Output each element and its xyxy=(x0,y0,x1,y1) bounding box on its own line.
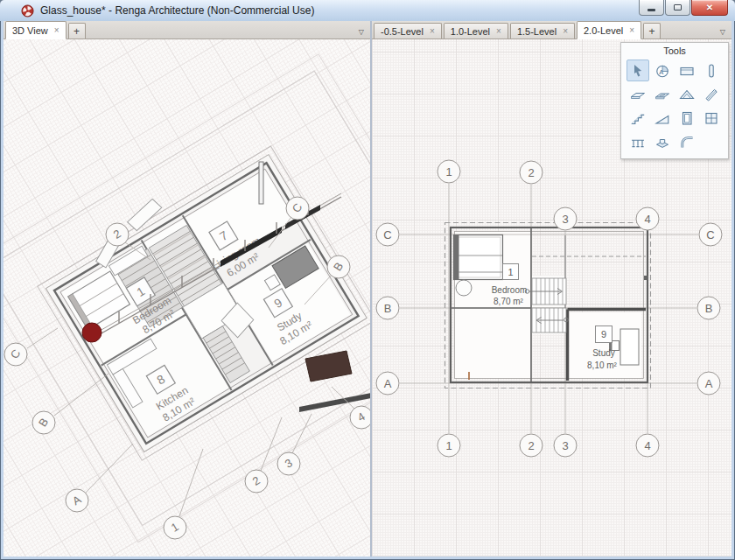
plus-icon: + xyxy=(649,25,655,38)
desk-symbol xyxy=(620,329,639,365)
column-tool-button[interactable] xyxy=(700,60,723,81)
room-tag: 1 xyxy=(508,267,513,277)
house-3d: 7 Living room 6,00 m² 1 Bedroom 8,70 m² … xyxy=(4,54,370,542)
tab-close-icon[interactable]: × xyxy=(496,27,501,36)
svg-text:1: 1 xyxy=(445,439,452,452)
svg-text:2: 2 xyxy=(528,439,534,452)
beam-tool-button[interactable] xyxy=(700,83,723,105)
opening-tool-button[interactable] xyxy=(651,83,674,105)
left-tab-list-dropdown[interactable]: ▽ xyxy=(359,28,370,38)
corner-post xyxy=(259,162,263,204)
tab-level-1-0[interactable]: 1.0-Level × xyxy=(444,23,508,38)
door-icon xyxy=(678,109,696,127)
svg-text:1: 1 xyxy=(445,165,452,178)
maximize-icon xyxy=(674,4,682,10)
room-tag: 9 xyxy=(601,329,606,340)
railing-tool-button[interactable] xyxy=(626,130,649,152)
ramp-tool-button[interactable] xyxy=(651,107,674,129)
node-marker xyxy=(644,276,648,280)
right-tab-list-dropdown[interactable]: ▽ xyxy=(720,28,732,38)
window-title: Glass_house* - Renga Architecture (Non-C… xyxy=(40,4,314,17)
stair-tool-button[interactable] xyxy=(626,107,649,129)
svg-text:B: B xyxy=(705,302,713,315)
beam-icon xyxy=(703,86,720,103)
roof-icon xyxy=(678,86,696,103)
room-area: 8,70 m² xyxy=(494,297,524,306)
svg-text:A: A xyxy=(384,377,392,390)
add-view-tab-button[interactable]: + xyxy=(643,23,661,38)
column-icon xyxy=(703,62,720,80)
tab-label: 1.0-Level xyxy=(451,26,490,37)
roof-tool-button[interactable] xyxy=(676,83,698,105)
svg-text:B: B xyxy=(384,302,392,315)
foundation-tool-button[interactable] xyxy=(651,130,674,152)
floor-opening-icon xyxy=(654,86,671,103)
tab-level-1-5[interactable]: 1.5-Level × xyxy=(510,23,575,38)
floor-icon xyxy=(629,86,647,103)
stool-symbol xyxy=(456,280,472,296)
svg-text:2: 2 xyxy=(528,166,534,179)
svg-text:A: A xyxy=(705,377,713,390)
svg-text:C: C xyxy=(706,228,714,242)
tab-label: 3D View xyxy=(12,25,48,36)
minimize-button[interactable] xyxy=(639,0,664,16)
area-icon: A xyxy=(654,62,671,80)
close-icon: ✕ xyxy=(706,3,713,12)
floor-tool-button[interactable] xyxy=(626,83,649,105)
svg-text:4: 4 xyxy=(644,439,650,452)
svg-text:3: 3 xyxy=(562,213,568,226)
room-area: 8,10 m² xyxy=(587,360,618,370)
bed-symbol xyxy=(454,235,503,280)
plan-3d-canvas: 7 Living room 6,00 m² 1 Bedroom 8,70 m² … xyxy=(4,39,370,556)
2d-viewport[interactable]: 1 Bedroom 8,70 m² 9 Study 8,10 m² xyxy=(372,39,732,556)
app-window: Glass_house* - Renga Architecture (Non-C… xyxy=(0,0,735,560)
foundation-icon xyxy=(654,133,671,150)
tools-palette: Tools A xyxy=(620,42,729,159)
wall-tool-button[interactable] xyxy=(676,60,698,81)
chevron-down-icon: ▽ xyxy=(720,28,725,36)
plus-icon: + xyxy=(74,25,80,38)
svg-text:4: 4 xyxy=(644,213,650,226)
title-bar: Glass_house* - Renga Architecture (Non-C… xyxy=(0,0,735,21)
svg-text:C: C xyxy=(383,228,391,242)
stair-icon xyxy=(629,109,647,127)
tools-palette-title: Tools xyxy=(621,43,728,58)
tab-close-icon[interactable]: × xyxy=(430,27,435,36)
window-tool-button[interactable] xyxy=(700,107,723,129)
pipe-elbow-icon xyxy=(678,133,696,150)
svg-text:3: 3 xyxy=(562,439,568,452)
door-tool-button[interactable] xyxy=(676,107,698,129)
area-tool-button[interactable]: A xyxy=(651,60,674,81)
tab-3d-view[interactable]: 3D View × xyxy=(5,21,66,39)
tab-label: 1.5-Level xyxy=(517,26,556,37)
ramp-icon xyxy=(654,109,671,127)
close-button[interactable]: ✕ xyxy=(691,0,728,16)
tab-level-2-0[interactable]: 2.0-Level × xyxy=(577,21,641,39)
add-view-tab-button[interactable]: + xyxy=(68,23,86,38)
pipe-tool-button[interactable] xyxy=(676,130,698,152)
minimize-icon xyxy=(648,9,655,11)
right-tab-bar: -0.5-Level × 1.0-Level × 1.5-Level × 2.0… xyxy=(372,21,732,39)
room-name: Study xyxy=(592,348,615,358)
tab-close-icon[interactable]: × xyxy=(563,27,568,36)
red-basin-object xyxy=(82,323,102,342)
awning xyxy=(305,351,352,382)
tab-label: -0.5-Level xyxy=(381,26,424,37)
svg-text:A: A xyxy=(659,67,663,75)
tab-close-icon[interactable]: × xyxy=(629,26,634,35)
select-tool-button[interactable] xyxy=(626,60,649,81)
tab-close-icon[interactable]: × xyxy=(54,26,60,35)
3d-viewport[interactable]: 7 Living room 6,00 m² 1 Bedroom 8,70 m² … xyxy=(4,39,370,556)
cursor-icon xyxy=(629,62,647,80)
window-icon xyxy=(703,109,720,127)
wall-icon xyxy=(678,62,696,80)
tab-level-minus-0-5[interactable]: -0.5-Level × xyxy=(374,23,442,38)
renga-logo-icon xyxy=(21,4,34,18)
tools-grid: A xyxy=(621,58,728,158)
stair-run-down xyxy=(532,308,568,332)
left-tab-bar: 3D View × + ▽ xyxy=(4,21,370,39)
room-name: Bedroom xyxy=(492,285,528,295)
chevron-down-icon: ▽ xyxy=(359,28,364,36)
maximize-button[interactable] xyxy=(665,0,690,16)
tab-label: 2.0-Level xyxy=(584,25,623,36)
